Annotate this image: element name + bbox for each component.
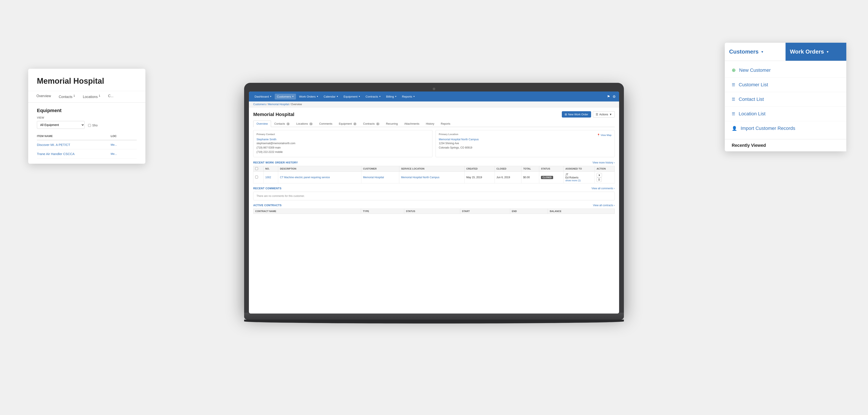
menu-customer-list[interactable]: ☰ Customer List [725,78,846,92]
new-work-order-button[interactable]: ⊞ New Work Order [562,111,591,117]
tab-locations[interactable]: Locations 1 [293,120,316,127]
bookmark-icon[interactable]: ⚑ [607,95,610,99]
left-panel-tab-overview[interactable]: Overview [33,91,55,102]
tab-contacts[interactable]: Contacts 1 [271,120,293,127]
action-list-btn[interactable]: ☰ [596,177,602,182]
laptop-base [244,313,624,320]
header-buttons: ⊞ New Work Order ☰ Actions ▼ [562,111,615,117]
nav-contracts[interactable]: Contracts ▼ [364,94,383,100]
contact-phone1: (719) 867-5309 main [256,146,281,149]
menu-location-list[interactable]: ☰ Location List [725,107,846,121]
comments-section-header: RECENT COMMENTS View all comments › [253,187,615,190]
work-orders-table: NO. DESCRIPTION CUSTOMER SERVICE LOCATIO… [253,166,615,183]
right-panel-menu: ⊕ New Customer ☰ Customer List ☰ Contact… [725,61,846,138]
tab-history[interactable]: History [423,120,437,127]
actions-button[interactable]: ☰ Actions ▼ [593,111,615,117]
col-no: NO. [264,166,278,172]
empty-comments-box: There are no comments for this customer. [253,192,615,200]
laptop-camera [433,88,435,90]
row-desc: CT Machine electric panel requiring serv… [278,172,361,183]
contracts-section-header: ACTIVE CONTRACTS View all contracts › [253,204,615,207]
work-order-section-header: RECENT WORK ORDER HISTORY View more hist… [253,161,615,164]
primary-contact-box: Primary Contact Stephanie Smith stephsem… [253,130,432,157]
view-map-link[interactable]: 📍 View Map [597,134,612,137]
show-checkbox[interactable] [88,124,91,127]
breadcrumb-customers[interactable]: Customers [253,103,266,106]
assignee-name: Ed Roberts [565,176,593,179]
breadcrumb-memorial[interactable]: Memorial Hospital [268,103,289,106]
select-all-checkbox[interactable] [255,167,258,170]
left-panel-tab-c[interactable]: C... [104,91,117,102]
col-action: ACTION [595,166,615,172]
nav-billing[interactable]: Billing ▼ [384,94,399,100]
nav-dashboard[interactable]: Dashboard ▼ [252,94,274,100]
tab-comments[interactable]: Comments [316,120,336,127]
wo-loc-link[interactable]: Memorial Hospital North Campus [401,176,439,179]
wo-desc-link[interactable]: CT Machine electric panel requiring serv… [280,176,330,179]
new-wo-icon: ⊞ [565,113,567,116]
left-panel-tab-contacts[interactable]: Contacts 1 [55,91,79,102]
location-address2: Colorado Springs, CO 80919 [439,146,472,149]
row-no: 1002 [264,172,278,183]
nav-reports[interactable]: Reports ▼ [400,94,417,100]
view-more-history-link[interactable]: View more history › [593,161,615,164]
tab-equipment[interactable]: Equipment 2 [336,120,360,127]
contracts-col-balance: BALANCE [548,209,615,214]
location-list-icon: ☰ [732,111,735,116]
wo-number-link[interactable]: 1002 [266,176,271,179]
menu-contact-list[interactable]: ☰ Contact List [725,92,846,107]
tab-contracts[interactable]: Contracts 1 [360,120,383,127]
show-more-link[interactable]: show more (1) [565,179,593,182]
contact-name-link[interactable]: Stephanie Smith [256,138,276,141]
equipment-select[interactable]: All Equipment [37,121,85,129]
col-assigned: ASSIGNED TO [563,166,595,172]
workorders-caret: ▼ [316,95,318,98]
nav-workorders[interactable]: Work Orders ▼ [297,94,320,100]
table-row: 1002 CT Machine electric panel requiring… [253,172,615,183]
row-service-loc: Memorial Hospital North Campus [399,172,464,183]
right-panel-tab-customers[interactable]: Customers ▼ [725,43,785,61]
row-created: May 15, 2019 [464,172,495,183]
billing-caret: ▼ [395,95,397,98]
tab-overview[interactable]: Overview [253,120,271,127]
import-icon: 👤 [732,126,737,131]
nav-calendar[interactable]: Calendar ▼ [321,94,340,100]
location-name-link[interactable]: Memorial Hospital North Campus [439,138,479,141]
menu-new-customer[interactable]: ⊕ New Customer [725,63,846,78]
contracts-col-end: END [510,209,548,214]
action-dropdown-btn[interactable]: ▼ [596,173,602,177]
left-panel-tab-locations[interactable]: Locations 1 [79,91,104,102]
row-select-checkbox[interactable] [255,176,258,178]
tab-reports[interactable]: Reports [437,120,454,127]
equipment-link-2[interactable]: Trane Air Handler CSCCA [37,152,111,156]
laptop: Dashboard ▼ Customers ▼ Work Orders ▼ Ca… [244,83,624,332]
left-panel-tabs: Overview Contacts 1 Locations 1 C... [28,91,145,103]
nav-equipment[interactable]: Equipment ▼ [341,94,362,100]
equipment-link-1[interactable]: Discover MI. A PET/CT [37,143,111,146]
laptop-screen: Dashboard ▼ Customers ▼ Work Orders ▼ Ca… [249,92,619,314]
reports-caret: ▼ [413,95,415,98]
tab-recurring[interactable]: Recurring [383,120,401,127]
nav-customers[interactable]: Customers ▼ [275,94,296,100]
page-header: Memorial Hospital ⊞ New Work Order ☰ Act… [253,111,615,117]
settings-icon[interactable]: ⚙ [613,95,616,99]
contracts-section-title: ACTIVE CONTRACTS [253,204,282,207]
contracts-header-row: CONTRACT NAME TYPE STATUS START END BALA… [253,209,615,214]
workorders-tab-label: Work Orders [790,48,824,55]
location-address1: 1234 Shining Ave [439,142,459,145]
view-all-contracts-link[interactable]: View all contracts › [593,204,615,207]
view-all-comments-link[interactable]: View all comments › [592,187,615,190]
plus-circle-icon: ⊕ [732,67,736,73]
menu-import-records[interactable]: 👤 Import Customer Records [725,121,846,136]
customers-caret: ▼ [292,95,294,98]
primary-location-box: Primary Location 📍 View Map Memorial Hos… [436,130,615,157]
customer-list-label: Customer List [739,82,768,88]
equipment-row-2: Trane Air Handler CSCCA Me... [37,149,137,159]
right-panel-tab-workorders[interactable]: Work Orders ▼ [785,43,846,61]
wo-customer-link[interactable]: Memorial Hospital [363,176,384,179]
breadcrumb: Customers / Memorial Hospital / Overview [249,101,619,107]
nav-right: ⚑ ⚙ [607,95,616,99]
tab-attachments[interactable]: Attachments [401,120,423,127]
location-list-label: Location List [739,111,766,117]
scene: Memorial Hospital Overview Contacts 1 Lo… [22,12,846,403]
